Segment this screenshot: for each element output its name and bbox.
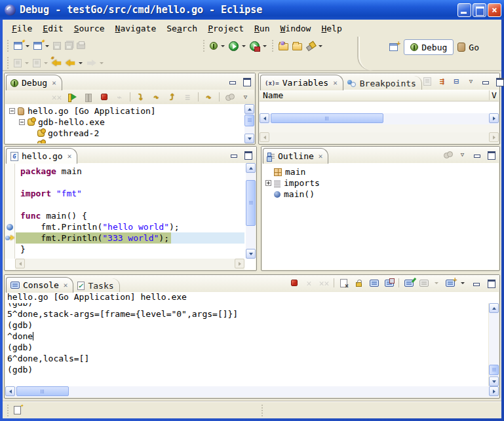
outline-item[interactable]: imports — [262, 177, 499, 189]
debug-launch-button[interactable] — [208, 39, 220, 52]
new-other-dropdown[interactable] — [45, 45, 49, 47]
tab-tasks[interactable]: Tasks — [73, 278, 119, 293]
tab-outline[interactable]: Outline ✕ — [263, 148, 328, 164]
tab-hello-go[interactable]: G hello.go ✕ — [6, 148, 77, 164]
gutter-row[interactable] — [5, 199, 14, 210]
search-dropdown[interactable] — [319, 45, 322, 47]
debug-view-menu-button[interactable]: ▽ — [240, 92, 251, 102]
last-edit-dropdown[interactable] — [25, 62, 29, 64]
perspective-go-button[interactable]: Go — [457, 43, 479, 52]
forward-dropdown[interactable] — [100, 62, 104, 64]
outline-item[interactable]: main — [262, 166, 499, 177]
scroll-thumb[interactable] — [271, 113, 383, 123]
toolbar-grip[interactable] — [7, 57, 9, 69]
close-window-button[interactable]: × — [488, 3, 501, 17]
new-wizard-dropdown[interactable] — [26, 45, 29, 47]
minimize-window-button[interactable] — [457, 3, 471, 17]
link-with-editor-button[interactable] — [442, 149, 454, 160]
show-stderr-button[interactable] — [383, 278, 395, 288]
debug-launch-dropdown[interactable] — [221, 45, 225, 47]
toolbar-grip[interactable] — [271, 40, 274, 52]
close-tab-icon[interactable]: ✕ — [319, 153, 323, 160]
perspective-debug-button[interactable]: Debug — [404, 39, 454, 55]
toolbar-grip[interactable] — [203, 40, 205, 52]
variables-hscrollbar[interactable] — [260, 113, 499, 124]
debug-tree[interactable]: hello.go [Go Application]gdb-hello.exego… — [5, 104, 254, 143]
terminate-button[interactable] — [288, 278, 300, 288]
minimize-view-button[interactable] — [228, 149, 239, 160]
menu-search[interactable]: Search — [161, 22, 203, 35]
debug-tree-item[interactable]: gothread-2 — [5, 128, 254, 139]
run-launch-button[interactable] — [227, 39, 241, 52]
step-into-button[interactable]: ⤵ — [135, 92, 146, 102]
remove-launch-button[interactable]: ✕ — [303, 278, 315, 288]
fast-view-button[interactable] — [12, 405, 23, 416]
column-value-header[interactable]: V — [489, 90, 499, 100]
new-other-button[interactable] — [31, 39, 44, 52]
terminate-button[interactable] — [98, 92, 109, 102]
scroll-left-button[interactable] — [15, 259, 25, 268]
scroll-right-button[interactable] — [489, 113, 499, 123]
editor-vscrollbar[interactable] — [246, 163, 256, 259]
maximize-window-button[interactable] — [473, 3, 486, 17]
print-button[interactable] — [75, 39, 87, 52]
breakpoint-icon[interactable] — [7, 224, 13, 230]
scroll-thumb[interactable] — [489, 365, 499, 375]
gutter-row[interactable] — [5, 210, 14, 221]
pin-console-button[interactable] — [403, 278, 414, 288]
maximize-view-button[interactable] — [241, 76, 252, 86]
search-button[interactable] — [304, 39, 317, 52]
menu-edit[interactable]: Edit — [37, 22, 68, 35]
display-selected-console-button[interactable] — [418, 278, 429, 288]
maximize-view-button[interactable] — [494, 76, 504, 86]
scroll-thumb[interactable] — [16, 386, 69, 396]
menu-window[interactable]: Window — [275, 22, 316, 35]
use-step-filters-button[interactable]: ↷ — [203, 92, 214, 102]
menu-navigate[interactable]: Navigate — [110, 22, 162, 35]
remove-all-terminated-button[interactable]: ✕✕ — [319, 278, 330, 288]
detail-hscrollbar[interactable] — [260, 132, 499, 143]
show-stdout-button[interactable] — [368, 278, 379, 288]
outline-view-menu-button[interactable]: ▽ — [457, 149, 468, 160]
step-over-button[interactable]: ↷ — [151, 92, 162, 102]
view-management-button[interactable] — [224, 92, 235, 102]
scroll-down-button[interactable] — [489, 376, 499, 386]
scroll-thumb[interactable] — [244, 115, 254, 126]
step-return-button[interactable]: ⤴ — [166, 92, 178, 102]
scroll-lock-button[interactable] — [353, 278, 364, 288]
scroll-right-button[interactable] — [489, 132, 499, 142]
debug-tree-item[interactable] — [5, 139, 254, 143]
variables-table-body[interactable] — [260, 101, 499, 113]
next-annotation-dropdown[interactable] — [44, 62, 48, 64]
maximize-view-button[interactable] — [486, 149, 497, 160]
code-area[interactable]: package mainimport "fmt"func main() { fm… — [16, 163, 244, 259]
external-tools-dropdown[interactable] — [263, 45, 267, 47]
console-output[interactable]: (gdb)5^done,stack-args=[frame={level="0"… — [5, 303, 488, 386]
close-tab-icon[interactable]: ✕ — [333, 79, 338, 86]
forward-button[interactable] — [85, 56, 98, 69]
save-button[interactable] — [51, 39, 63, 52]
external-tools-button[interactable] — [248, 39, 262, 52]
menu-run[interactable]: Run — [249, 22, 275, 35]
tab-console[interactable]: Console ✕ — [6, 277, 73, 293]
close-tab-icon[interactable]: ✕ — [52, 79, 56, 86]
back-to-last-edit-button[interactable]: ✱ — [50, 56, 64, 69]
suspend-button[interactable] — [83, 92, 94, 102]
back-button[interactable] — [64, 56, 77, 69]
menu-source[interactable]: Source — [69, 22, 110, 35]
show-type-names-button[interactable] — [422, 76, 433, 86]
console-vscrollbar[interactable] — [489, 303, 499, 386]
show-logical-structure-button[interactable]: ⇶ — [436, 76, 448, 86]
outline-item[interactable]: main() — [262, 189, 499, 200]
editor-gutter[interactable] — [5, 163, 15, 259]
debug-tree-item[interactable]: gdb-hello.exe — [5, 117, 254, 128]
open-perspective-button[interactable] — [387, 41, 400, 54]
scroll-up-button[interactable] — [246, 163, 256, 173]
scroll-down-button[interactable] — [244, 134, 254, 143]
debug-tree-item[interactable]: hello.go [Go Application] — [5, 105, 254, 117]
minimize-view-button[interactable] — [471, 149, 482, 160]
scroll-down-button[interactable] — [246, 249, 256, 259]
gutter-row[interactable] — [5, 221, 14, 232]
menu-help[interactable]: Help — [316, 22, 347, 35]
title-bar[interactable]: Debug - testGo/src/cmd/hello.go - Eclips… — [0, 0, 504, 20]
